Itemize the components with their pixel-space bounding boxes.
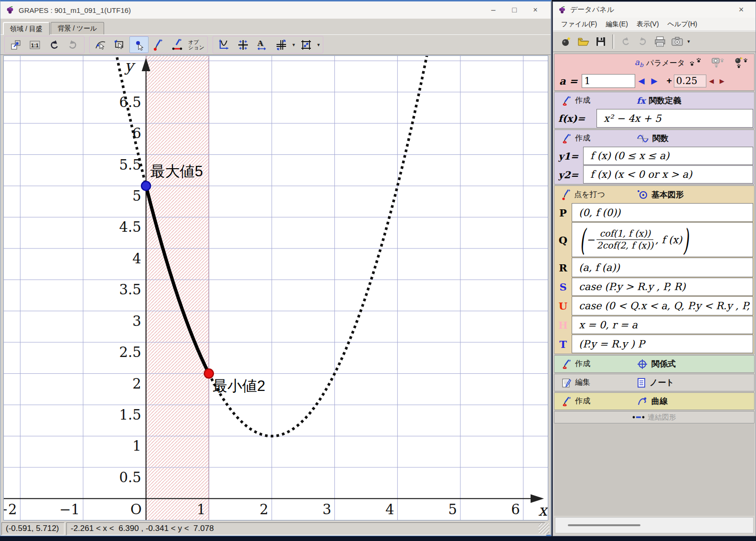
note-title: ノート	[650, 377, 674, 388]
point-formula-T[interactable]: (P.y = R.y ) P	[572, 335, 753, 353]
tab-background-tools[interactable]: 背景 / ツール	[51, 22, 104, 34]
trace-clear-button[interactable]	[733, 57, 749, 69]
create-label[interactable]: 作成	[575, 96, 590, 106]
param-increase-button[interactable]: ▶	[648, 76, 661, 86]
point-row-T: T(P.y = R.y ) P	[554, 335, 754, 354]
parameter-value-input[interactable]	[582, 74, 635, 88]
select-point-button[interactable]	[129, 36, 149, 53]
grid-toggle-button[interactable]	[234, 36, 253, 53]
parameter-title: パラメータ	[646, 58, 685, 68]
panel-horizontal-scrollbar[interactable]	[555, 517, 754, 533]
grapes-app-icon	[5, 5, 15, 15]
trace-buttons	[689, 57, 749, 69]
trace-camera-button[interactable]	[710, 57, 726, 69]
save-button[interactable]	[592, 34, 609, 49]
open-file-button[interactable]	[575, 34, 592, 49]
select-point-icon	[132, 38, 146, 52]
panel-body: ab パラメータ a =	[554, 54, 755, 516]
create-pen-icon	[561, 133, 572, 144]
parameter-section: ab パラメータ a =	[554, 54, 755, 91]
point-formula-H[interactable]: x = 0, r = a	[572, 316, 753, 334]
point-formula-P[interactable]: (0, f (0))	[572, 203, 753, 222]
create-label[interactable]: 作成	[575, 359, 590, 369]
draw-point-button[interactable]	[149, 36, 168, 53]
save-floppy-icon	[595, 36, 607, 47]
note-header: 編集 ノート	[554, 374, 754, 391]
grapes-app-icon	[558, 6, 566, 14]
menu-item-1[interactable]: 編集(E)	[601, 19, 632, 30]
one-to-one-button[interactable]: 1:1	[25, 36, 44, 53]
screen: GRAPES : 901_m1_091_1(UTF16) – □ × 領域 / …	[0, 0, 756, 541]
print-button[interactable]	[651, 34, 669, 49]
y-tick-label: 5	[132, 188, 141, 204]
labels-toggle-button[interactable]: AA	[253, 36, 272, 53]
menu-item-0[interactable]: ファイル(F)	[557, 19, 601, 30]
fx-key: f(x)=	[554, 109, 596, 128]
menu-item-3[interactable]: ヘルプ(H)	[663, 19, 702, 30]
toolbar-group-display: AA ▼ ▼	[213, 36, 323, 54]
step-increase-button[interactable]: ▶	[717, 77, 727, 85]
parameter-header: ab パラメータ	[554, 54, 754, 71]
close-button[interactable]: ×	[525, 3, 546, 17]
fit-graph-button[interactable]	[214, 36, 234, 53]
y-tick-label: 4.5	[119, 219, 141, 235]
y-tick-label: 1	[132, 438, 141, 454]
create-pen-icon	[561, 96, 572, 106]
graph-canvas[interactable]: 最大値5最小値2−2−11234560.511.522.533.544.555.…	[4, 56, 548, 520]
tab-region-scale[interactable]: 領域 / 目盛	[3, 22, 50, 35]
axis-settings-caret[interactable]: ▼	[291, 43, 297, 47]
graph-point-1[interactable]	[204, 369, 213, 378]
panel-redo-button[interactable]	[634, 34, 651, 49]
create-label[interactable]: 作成	[575, 133, 590, 143]
function-formula-field[interactable]: f (x) (0 ≤ x ≤ a)	[583, 147, 753, 165]
point-formula-R[interactable]: (a, f (a))	[572, 258, 753, 277]
resize-grip[interactable]	[539, 523, 549, 534]
param-decrease-button[interactable]: ◀	[635, 76, 648, 86]
edit-label[interactable]: 編集	[575, 378, 590, 388]
step-decrease-button[interactable]: ◀	[706, 77, 717, 85]
function-formula-field[interactable]: f (x) (x < 0 or x > a)	[583, 165, 753, 184]
select-curve-button[interactable]	[91, 36, 110, 53]
minimize-button[interactable]: –	[483, 3, 504, 17]
parameter-row: a = ◀ ▶ + ◀ ▶	[554, 71, 754, 90]
undo-icon	[48, 39, 60, 51]
panel-close-button[interactable]: ×	[732, 3, 751, 17]
point-formula-S[interactable]: case (P.y > R.y , P, R)	[572, 278, 753, 296]
note-section: 編集 ノート	[554, 374, 755, 391]
maximize-button[interactable]: □	[504, 3, 525, 17]
redo-icon	[67, 39, 79, 51]
clear-button[interactable]	[558, 34, 575, 49]
redo-icon	[637, 36, 649, 47]
screenshot-caret[interactable]: ▼	[686, 39, 692, 44]
redo-button[interactable]	[64, 36, 83, 53]
create-label[interactable]: 作成	[575, 396, 590, 406]
draw-segment-button[interactable]	[168, 36, 187, 53]
frame-settings-button[interactable]	[297, 36, 316, 53]
curve-section: 作成 曲線	[554, 392, 755, 410]
fx-formula-field[interactable]: x² − 4x + 5	[596, 109, 753, 128]
plot-point-label[interactable]: 点を打つ	[574, 190, 605, 200]
axis-settings-button[interactable]	[272, 36, 291, 53]
step-value-input[interactable]	[674, 75, 706, 87]
point-formula-U[interactable]: case (0 < Q.x < a, Q, P.y < R.y , P, R)	[572, 296, 753, 315]
relation-header: 作成 関係式	[554, 356, 754, 372]
menu-item-2[interactable]: 表示(V)	[632, 19, 663, 30]
linked-figure-row[interactable]: 連結図形	[554, 411, 755, 423]
scrollbar-thumb[interactable]	[568, 524, 640, 526]
camera-icon	[671, 36, 683, 47]
curve-title: 曲線	[651, 396, 668, 407]
options-button[interactable]: オプ ション	[187, 36, 206, 53]
graph-point-0[interactable]	[141, 181, 150, 190]
note-icon	[637, 378, 646, 388]
frame-settings-caret[interactable]: ▼	[316, 43, 321, 47]
screenshot-button[interactable]	[669, 34, 686, 49]
select-frame-button[interactable]	[110, 36, 129, 53]
fx-icon: fx	[637, 96, 645, 106]
trace-paws-button[interactable]	[689, 57, 703, 69]
point-formula-Q[interactable]: (−cof(1, f (x))2cof(2, f (x)), f (x))	[572, 222, 753, 257]
undo-button[interactable]	[44, 36, 64, 53]
panel-undo-button[interactable]	[617, 34, 634, 49]
basic-figure-icon	[637, 189, 648, 200]
x-tick-label: 1	[197, 501, 205, 518]
resize-window-button[interactable]	[6, 36, 25, 53]
